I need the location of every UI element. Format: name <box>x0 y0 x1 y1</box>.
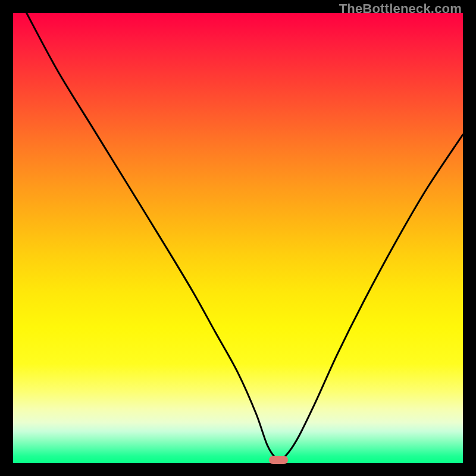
chart-frame <box>13 13 463 463</box>
optimal-point-marker <box>269 456 288 464</box>
chart-curve-svg <box>13 13 463 463</box>
bottleneck-curve-line <box>27 13 463 461</box>
